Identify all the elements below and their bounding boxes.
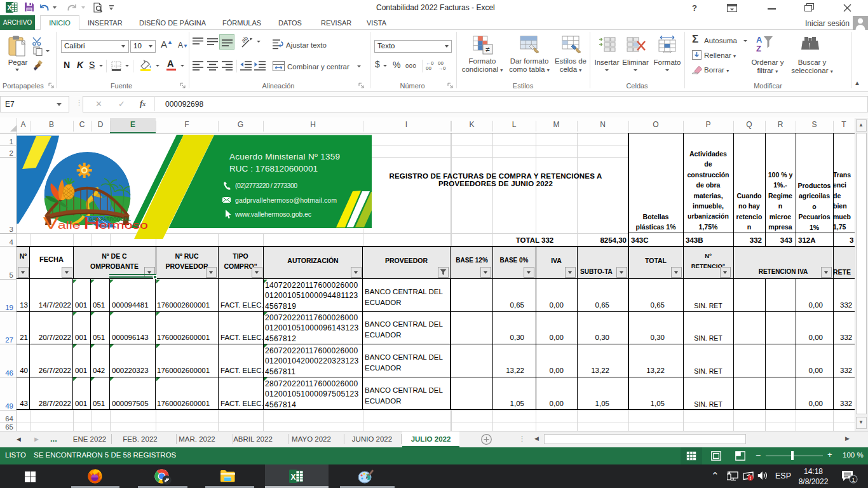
svg-text:ab: ab	[241, 36, 249, 44]
svg-text:RUC : 1768120600001: RUC : 1768120600001	[229, 164, 318, 173]
svg-text:GAD PARROQUIAL: GAD PARROQUIAL	[89, 216, 131, 222]
svg-text:1: 1	[851, 477, 855, 483]
svg-text:≠: ≠	[485, 45, 490, 54]
svg-text:gadprvallehermoso@hotmail.com: gadprvallehermoso@hotmail.com	[235, 196, 337, 204]
svg-text:!: !	[750, 475, 752, 481]
svg-text:A: A	[756, 35, 763, 44]
svg-text:X: X	[290, 473, 295, 482]
svg-text:X: X	[7, 4, 11, 11]
svg-text:Acuerdo Ministerial Nº 1359: Acuerdo Ministerial Nº 1359	[229, 152, 340, 161]
svg-text:www.vallehermoso.gob.ec: www.vallehermoso.gob.ec	[234, 210, 311, 218]
svg-text:(02)2773220 / 2773300: (02)2773220 / 2773300	[235, 182, 297, 189]
svg-text:Z: Z	[756, 44, 761, 53]
